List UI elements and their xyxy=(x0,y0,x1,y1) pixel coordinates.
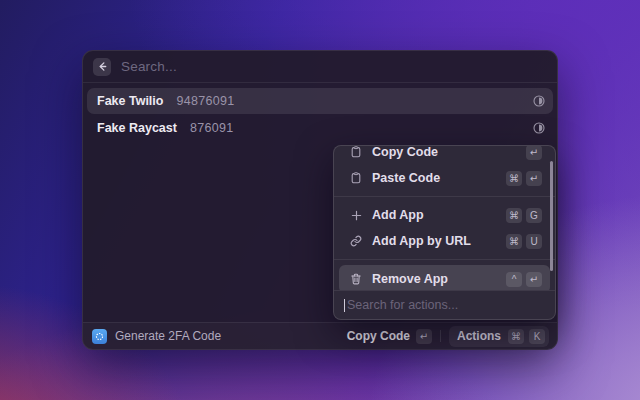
arrow-left-icon xyxy=(97,61,108,72)
menu-item-paste-code[interactable]: Paste Code ⌘ ↵ xyxy=(339,165,550,191)
return-key-chip: ↵ xyxy=(526,272,542,287)
app-name: Fake Raycast xyxy=(97,121,177,135)
menu-scrollbar[interactable] xyxy=(550,161,553,271)
app-name: Fake Twilio xyxy=(97,94,163,108)
menu-item-remove-app[interactable]: Remove App ^ ↵ xyxy=(339,265,550,290)
desktop-background: Search... Fake Twilio 94876091 Fake Rayc… xyxy=(0,0,640,400)
g-key-chip: G xyxy=(526,208,542,223)
command-title: Generate 2FA Code xyxy=(115,329,221,343)
u-key-chip: U xyxy=(526,234,542,249)
app-code: 94876091 xyxy=(176,94,234,108)
menu-item-add-app[interactable]: Add App ⌘ G xyxy=(339,202,550,228)
menu-item-add-app-by-url[interactable]: Add App by URL ⌘ U xyxy=(339,228,550,254)
menu-item-copy-code[interactable]: Copy Code ↵ xyxy=(339,146,550,165)
back-button[interactable] xyxy=(93,58,111,76)
plus-icon xyxy=(349,210,363,221)
text-caret xyxy=(344,299,345,312)
list-item-fake-raycast[interactable]: Fake Raycast 876091 xyxy=(87,115,553,141)
control-key-chip: ^ xyxy=(506,272,522,287)
return-key-chip: ↵ xyxy=(526,171,542,186)
command-key-chip: ⌘ xyxy=(506,234,522,249)
link-icon xyxy=(349,235,363,247)
command-key-chip: ⌘ xyxy=(508,329,524,344)
command-key-chip: ⌘ xyxy=(506,171,522,186)
menu-separator xyxy=(334,259,555,260)
trash-icon xyxy=(349,273,363,285)
actions-button[interactable]: Actions ⌘ K xyxy=(449,326,549,347)
copy-icon xyxy=(349,146,363,158)
menu-separator xyxy=(334,196,555,197)
extension-icon xyxy=(92,329,107,344)
primary-action-button[interactable]: Copy Code xyxy=(347,329,410,343)
app-list: Fake Twilio 94876091 Fake Raycast 876091 xyxy=(83,83,557,144)
command-key-chip: ⌘ xyxy=(506,208,522,223)
search-input[interactable]: Search... xyxy=(121,59,177,74)
status-bar: Generate 2FA Code Copy Code ↵ Actions ⌘ … xyxy=(83,322,557,349)
k-key-chip: K xyxy=(529,329,545,344)
actions-menu-list: Copy Code ↵ Paste Code ⌘ ↵ xyxy=(334,146,555,290)
return-key-chip: ↵ xyxy=(416,329,432,344)
app-code: 876091 xyxy=(190,121,234,135)
actions-search-input[interactable]: Search for actions... xyxy=(334,290,555,319)
countdown-timer-icon xyxy=(533,122,545,134)
search-header: Search... xyxy=(83,51,557,83)
list-item-fake-twilio[interactable]: Fake Twilio 94876091 xyxy=(87,88,553,114)
footer-divider xyxy=(440,330,441,342)
paste-icon xyxy=(349,172,363,184)
actions-menu: Copy Code ↵ Paste Code ⌘ ↵ xyxy=(333,145,556,320)
countdown-timer-icon xyxy=(533,95,545,107)
return-key-chip: ↵ xyxy=(526,146,542,160)
